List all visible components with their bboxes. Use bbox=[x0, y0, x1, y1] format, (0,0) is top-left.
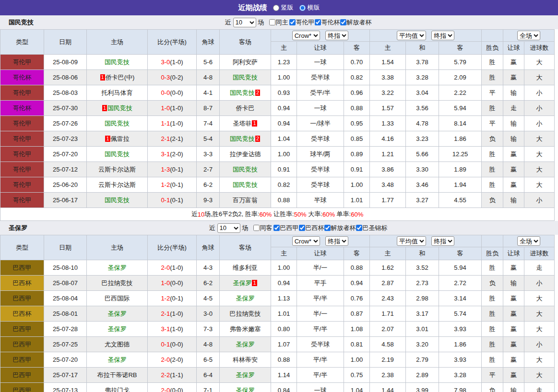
average-select[interactable]: 平均值 bbox=[397, 31, 426, 40]
odds-company-select[interactable]: Crow* bbox=[292, 236, 320, 246]
avg-draw-cell: 2.79 bbox=[406, 352, 439, 368]
same-venue-filter[interactable]: 同主 bbox=[269, 18, 288, 27]
page-title: 近期战绩 bbox=[238, 3, 267, 12]
layout-option-vertical[interactable]: 竖版 bbox=[273, 3, 294, 12]
avg-draw-cell: 5.66 bbox=[406, 147, 439, 162]
halftime-score: (0-0) bbox=[170, 387, 183, 392]
col-header-home: 主场 bbox=[87, 235, 148, 260]
sub-header-odds-away: 客 bbox=[344, 42, 370, 55]
league-type-cell: 哥伦杯 bbox=[0, 101, 44, 116]
home-team-cell: 圣保罗 bbox=[87, 322, 148, 337]
avg-home-cell: 2.07 bbox=[370, 322, 406, 337]
avg-draw-cell: 3.23 bbox=[406, 131, 439, 147]
average-select[interactable]: 平均值 bbox=[397, 236, 426, 246]
goals-result-cell: 大 bbox=[524, 131, 555, 147]
league-checkbox[interactable] bbox=[340, 19, 346, 25]
handicap-result-cell: 赢 bbox=[503, 177, 524, 193]
league-checkbox[interactable] bbox=[324, 225, 331, 231]
score-cell: 1-0(1-0) bbox=[148, 101, 197, 116]
average-final-select[interactable]: 终指 bbox=[431, 236, 454, 246]
league-filter[interactable]: 哥伦甲 bbox=[289, 18, 315, 27]
home-team-cell: 弗拉门戈 bbox=[87, 383, 148, 392]
avg-home-cell: 1.77 bbox=[370, 193, 406, 208]
avg-home-cell: 1.62 bbox=[370, 260, 406, 276]
league-filter[interactable]: 哥伦杯 bbox=[315, 18, 340, 27]
corners-cell: 7-3 bbox=[197, 322, 220, 337]
team-label: 国民竞技 bbox=[107, 104, 132, 112]
home-odds-cell: 0.91 bbox=[271, 162, 297, 177]
avg-away-cell: 8.14 bbox=[439, 116, 482, 131]
league-checkbox[interactable] bbox=[289, 19, 296, 25]
fulltime-score: 2-1 bbox=[161, 310, 170, 317]
league-type-cell: 哥伦甲 bbox=[0, 131, 44, 147]
scope-cell: 全场 bbox=[503, 235, 555, 247]
handicap-cell: 球半/两 bbox=[297, 147, 344, 162]
score-cell: 0-1(0-1) bbox=[148, 193, 197, 208]
handicap-result-cell: 走 bbox=[503, 101, 524, 116]
odds-company-select[interactable]: Crow* bbox=[292, 31, 320, 40]
halftime-score: (2-1) bbox=[170, 135, 183, 142]
odds-final-select[interactable]: 终指 bbox=[325, 236, 348, 246]
league-filter[interactable]: 巴西甲 bbox=[273, 224, 299, 232]
date-cell: 25-08-06 bbox=[44, 70, 87, 85]
team-label: 圣保罗 bbox=[108, 310, 127, 317]
corners-cell: 8-7 bbox=[197, 101, 220, 116]
same-venue-checkbox[interactable] bbox=[253, 225, 260, 231]
league-filter[interactable]: 巴圣锦标 bbox=[356, 224, 388, 232]
league-type-cell: 哥伦甲 bbox=[0, 85, 44, 101]
home-team-cell: 国民竞技 bbox=[87, 116, 148, 131]
halftime-score: (1-0) bbox=[170, 325, 183, 333]
match-count-select[interactable]: 10 bbox=[233, 18, 256, 27]
horizontal-layout-radio[interactable] bbox=[299, 5, 306, 11]
horizontal-layout-label: 横版 bbox=[308, 3, 320, 12]
scope-select[interactable]: 全场 bbox=[517, 236, 540, 246]
rank-badge: 1 bbox=[252, 120, 257, 127]
handicap-result-cell: 赢 bbox=[503, 322, 524, 337]
home-odds-cell: 1.23 bbox=[271, 55, 297, 70]
sub-header-odds-handicap: 让球 bbox=[297, 247, 344, 260]
league-type-cell: 巴西杯 bbox=[0, 276, 44, 291]
league-filter[interactable]: 解放者杯 bbox=[324, 224, 356, 232]
team-label: 百万富翁 bbox=[233, 196, 258, 204]
odds-source-cell: Crow* 终指 bbox=[271, 235, 370, 247]
team-label: 侨卡巴(中) bbox=[106, 74, 135, 81]
home-team-cell: 圣保罗 bbox=[87, 306, 148, 322]
match-count-select[interactable]: 10 bbox=[217, 223, 240, 233]
same-venue-filter[interactable]: 同客 bbox=[253, 224, 273, 232]
avg-away-cell: 7.98 bbox=[439, 383, 482, 392]
league-checkbox[interactable] bbox=[273, 225, 280, 231]
league-filter[interactable]: 解放者杯 bbox=[340, 18, 372, 27]
layout-option-horizontal[interactable]: 横版 bbox=[299, 3, 320, 12]
odds-final-select[interactable]: 终指 bbox=[325, 31, 348, 40]
same-venue-checkbox[interactable] bbox=[269, 19, 275, 25]
away-team-cell: 国民竞技2 bbox=[220, 85, 271, 101]
away-odds-cell: 0.87 bbox=[344, 306, 370, 322]
summary-segment: 50% bbox=[294, 211, 307, 218]
league-checkbox[interactable] bbox=[299, 225, 305, 231]
table-row: 巴西甲25-07-20圣保罗2-0(2-0)6-5科林蒂安0.88平/半1.00… bbox=[0, 352, 555, 368]
result-cell: 平 bbox=[482, 116, 503, 131]
team-name: 圣保罗 bbox=[9, 224, 27, 232]
league-checkbox[interactable] bbox=[356, 225, 362, 231]
goals-result-cell: 小 bbox=[524, 276, 555, 291]
home-team-cell: 圣保罗 bbox=[87, 352, 148, 368]
league-filter[interactable]: 巴西杯 bbox=[299, 224, 324, 232]
vertical-layout-radio[interactable] bbox=[273, 5, 279, 11]
col-header-away: 客场 bbox=[220, 235, 271, 260]
league-checkbox[interactable] bbox=[315, 19, 321, 25]
table-row: 巴西甲25-07-13弗拉门戈2-0(0-0)7-1圣保罗0.84一球1.041… bbox=[0, 383, 555, 392]
away-odds-cell: 0.88 bbox=[344, 101, 370, 116]
league-filter-label: 巴西甲 bbox=[280, 224, 299, 232]
sub-header-goals-result: 进球数 bbox=[524, 247, 555, 260]
league-type-cell: 巴西杯 bbox=[0, 306, 44, 322]
summary-segment: 近 bbox=[191, 210, 198, 219]
average-final-select[interactable]: 终指 bbox=[431, 31, 454, 40]
result-cell: 胜 bbox=[482, 322, 503, 337]
fulltime-score: 0-1 bbox=[161, 196, 170, 204]
handicap-cell: 平/半 bbox=[297, 368, 344, 383]
scope-select[interactable]: 全场 bbox=[517, 31, 540, 40]
team-label: 国民竞技 bbox=[230, 135, 255, 142]
date-cell: 25-07-12 bbox=[44, 162, 87, 177]
summary-segment: 大率: bbox=[307, 210, 322, 219]
avg-draw-cell: 4.78 bbox=[406, 116, 439, 131]
